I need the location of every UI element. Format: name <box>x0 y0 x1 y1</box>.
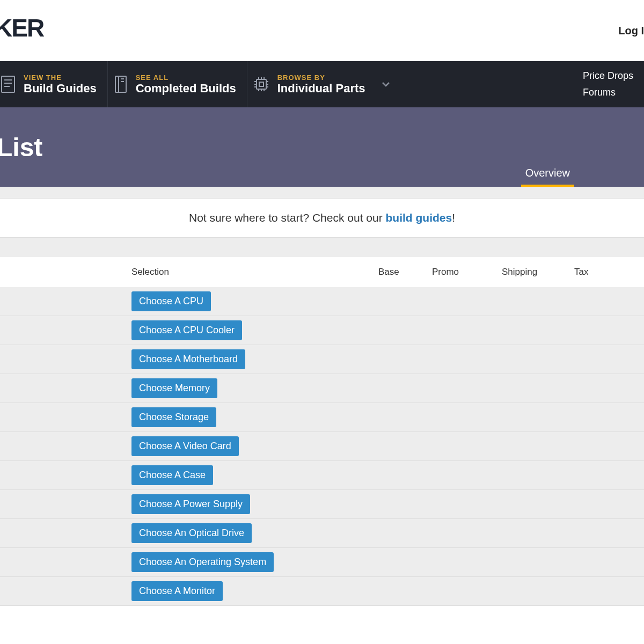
choose-storage-button[interactable]: Choose Storage <box>131 407 216 427</box>
nav-price-drops[interactable]: Price Drops <box>583 70 633 82</box>
col-promo: Promo <box>432 267 502 277</box>
separator <box>0 187 644 199</box>
site-logo[interactable]: KER <box>0 13 43 42</box>
nav-title: Completed Builds <box>136 82 236 96</box>
table-row: Choose A Video Card <box>0 432 644 461</box>
guide-icon <box>0 75 16 94</box>
choose-monitor-button[interactable]: Choose A Monitor <box>131 581 223 601</box>
choose-power-supply-button[interactable]: Choose A Power Supply <box>131 494 250 514</box>
nav-right: Price Drops Forums <box>572 61 644 107</box>
table-row: Choose A Case <box>0 461 644 490</box>
table-body: Choose A CPU Choose A CPU Cooler Choose … <box>0 287 644 606</box>
choose-optical-drive-button[interactable]: Choose An Optical Drive <box>131 523 252 543</box>
svg-rect-3 <box>259 82 264 86</box>
nav-individual-parts[interactable]: BROWSE BY Individual Parts <box>247 61 402 107</box>
choose-video-card-button[interactable]: Choose A Video Card <box>131 436 239 456</box>
table-row: Choose Memory <box>0 374 644 403</box>
col-base: Base <box>378 267 432 277</box>
helper-prefix: Not sure where to start? Check out our <box>189 211 386 224</box>
page-title: List <box>0 133 42 162</box>
choose-cpu-button[interactable]: Choose A CPU <box>131 291 211 311</box>
table-row: Choose A Motherboard <box>0 345 644 374</box>
table-row: Choose A Power Supply <box>0 490 644 519</box>
choose-motherboard-button[interactable]: Choose A Motherboard <box>131 349 245 369</box>
choose-memory-button[interactable]: Choose Memory <box>131 378 217 398</box>
nav-eyebrow: SEE ALL <box>136 74 236 82</box>
tower-icon <box>113 75 128 94</box>
table-row: Choose An Optical Drive <box>0 519 644 548</box>
table-row: Choose A Monitor <box>0 577 644 606</box>
choose-cpu-cooler-button[interactable]: Choose A CPU Cooler <box>131 320 242 340</box>
page-header: List Overview <box>0 107 644 187</box>
nav-eyebrow: BROWSE BY <box>277 74 365 82</box>
svg-rect-0 <box>2 76 14 92</box>
nav-title: Build Guides <box>24 82 97 96</box>
separator <box>0 238 644 257</box>
nav-forums[interactable]: Forums <box>583 87 633 98</box>
nav-eyebrow: VIEW THE <box>24 74 97 82</box>
navbar: VIEW THE Build Guides SEE ALL Completed … <box>0 61 644 107</box>
helper-link[interactable]: build guides <box>386 211 452 224</box>
table-row: Choose A CPU Cooler <box>0 316 644 345</box>
login-link[interactable]: Log I <box>618 25 644 37</box>
helper-banner: Not sure where to start? Check out our b… <box>0 199 644 238</box>
col-shipping: Shipping <box>502 267 574 277</box>
topbar: KER Log I <box>0 0 644 61</box>
col-selection: Selection <box>131 267 378 277</box>
table-header: Selection Base Promo Shipping Tax <box>0 257 644 287</box>
helper-suffix: ! <box>452 211 455 224</box>
col-tax: Tax <box>574 267 606 277</box>
chevron-down-icon <box>380 79 391 90</box>
nav-build-guides[interactable]: VIEW THE Build Guides <box>0 61 108 107</box>
cpu-icon <box>253 76 270 93</box>
svg-rect-2 <box>257 79 266 89</box>
table-row: Choose A CPU <box>0 287 644 316</box>
nav-completed-builds[interactable]: SEE ALL Completed Builds <box>108 61 247 107</box>
table-row: Choose An Operating System <box>0 548 644 577</box>
choose-case-button[interactable]: Choose A Case <box>131 465 213 485</box>
nav-title: Individual Parts <box>277 82 365 96</box>
tab-overview[interactable]: Overview <box>521 162 574 187</box>
table-row: Choose Storage <box>0 403 644 432</box>
choose-operating-system-button[interactable]: Choose An Operating System <box>131 552 274 572</box>
